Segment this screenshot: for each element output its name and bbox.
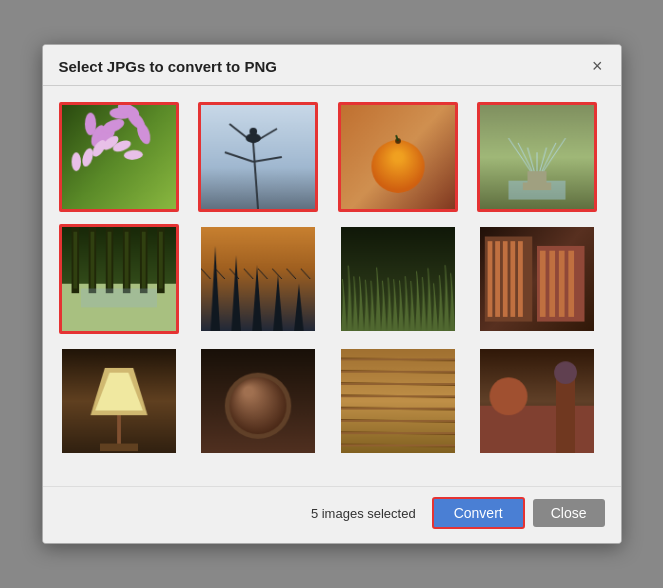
image-cell-2[interactable] <box>338 102 458 212</box>
image-thumbnail-6 <box>341 227 455 331</box>
image-cell-11[interactable] <box>477 346 597 456</box>
dialog-footer: 5 images selected Convert Close <box>43 486 621 543</box>
dialog-title: Select JPGs to convert to PNG <box>59 58 277 75</box>
image-thumbnail-1 <box>201 105 315 209</box>
image-thumbnail-8 <box>62 349 176 453</box>
image-cell-8[interactable] <box>59 346 179 456</box>
image-thumbnail-10 <box>341 349 455 453</box>
image-cell-5[interactable] <box>198 224 318 334</box>
image-cell-1[interactable] <box>198 102 318 212</box>
dialog-header: Select JPGs to convert to PNG × <box>43 45 621 86</box>
convert-button[interactable]: Convert <box>432 497 525 529</box>
image-cell-6[interactable] <box>338 224 458 334</box>
image-thumbnail-3 <box>480 105 594 209</box>
close-button[interactable]: Close <box>533 499 605 527</box>
image-thumbnail-0 <box>62 105 176 209</box>
image-thumbnail-9 <box>201 349 315 453</box>
image-cell-0[interactable] <box>59 102 179 212</box>
image-thumbnail-7 <box>480 227 594 331</box>
image-thumbnail-5 <box>201 227 315 331</box>
image-cell-10[interactable] <box>338 346 458 456</box>
image-thumbnail-2 <box>341 105 455 209</box>
image-cell-3[interactable] <box>477 102 597 212</box>
image-cell-4[interactable] <box>59 224 179 334</box>
image-grid <box>59 102 605 456</box>
image-thumbnail-11 <box>480 349 594 453</box>
image-thumbnail-4 <box>62 227 176 331</box>
convert-dialog: Select JPGs to convert to PNG × 5 images… <box>42 44 622 544</box>
dialog-close-button[interactable]: × <box>590 57 605 75</box>
status-text: 5 images selected <box>311 506 416 521</box>
image-cell-7[interactable] <box>477 224 597 334</box>
image-cell-9[interactable] <box>198 346 318 456</box>
dialog-body <box>43 86 621 486</box>
